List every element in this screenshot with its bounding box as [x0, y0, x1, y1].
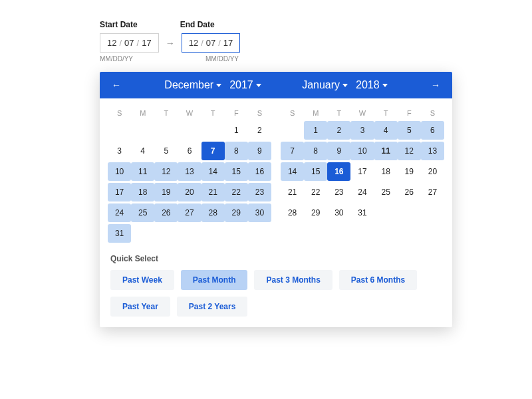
day-cell[interactable]: 26 [154, 203, 178, 222]
left-calendar: SMTWTFS 12345678910111213141516171819202… [108, 105, 271, 245]
day-cell[interactable]: 9 [248, 142, 271, 160]
quick-select-button[interactable]: Past Year [110, 297, 170, 317]
day-cell[interactable]: 18 [374, 162, 398, 181]
day-cell[interactable]: 18 [131, 183, 154, 201]
right-year-dropdown[interactable]: 2018 [356, 79, 388, 91]
quick-select-title: Quick Select [110, 254, 442, 263]
day-cell[interactable]: 15 [225, 162, 248, 181]
right-month-dropdown[interactable]: January [302, 79, 348, 91]
day-cell[interactable]: 30 [248, 203, 271, 222]
day-cell[interactable]: 31 [108, 224, 131, 243]
end-date-label: End Date [180, 20, 215, 29]
day-cell[interactable]: 6 [178, 142, 201, 160]
day-cell[interactable]: 16 [327, 162, 350, 181]
day-cell[interactable]: 27 [178, 203, 201, 222]
day-cell[interactable]: 21 [201, 183, 225, 201]
start-dd[interactable]: 07 [124, 38, 134, 48]
day-cell[interactable]: 6 [421, 121, 444, 140]
day-cell[interactable]: 15 [304, 162, 327, 181]
day-cell[interactable]: 11 [374, 142, 398, 160]
day-cell[interactable]: 28 [201, 203, 225, 222]
day-cell[interactable]: 11 [131, 162, 154, 181]
start-format-hint: MM/DD/YY [100, 55, 163, 63]
next-month-button[interactable]: → [428, 78, 443, 92]
day-cell[interactable]: 7 [281, 142, 304, 160]
end-mm[interactable]: 12 [189, 38, 198, 48]
day-cell[interactable]: 8 [304, 142, 327, 160]
day-cell[interactable]: 21 [281, 183, 304, 201]
day-cell[interactable]: 7 [201, 142, 225, 160]
popover-header: ← December 2017 January 2018 → [100, 72, 452, 98]
day-cell[interactable]: 22 [225, 183, 248, 201]
day-cell[interactable]: 12 [154, 162, 178, 181]
end-format-hint: MM/DD/YY [205, 55, 269, 63]
start-date-label: Start Date [100, 20, 138, 29]
day-cell[interactable]: 20 [178, 183, 201, 201]
day-of-week-label: T [327, 109, 350, 117]
left-year-dropdown[interactable]: 2017 [229, 79, 261, 91]
day-cell[interactable]: 5 [398, 121, 421, 140]
end-date-input[interactable]: 12 / 07 / 17 [182, 33, 241, 53]
day-cell[interactable]: 10 [108, 162, 131, 181]
caret-down-icon [256, 84, 261, 87]
day-cell[interactable]: 14 [201, 162, 225, 181]
day-cell[interactable]: 9 [327, 142, 350, 160]
day-cell[interactable]: 3 [108, 142, 131, 160]
day-cell[interactable]: 17 [108, 183, 131, 201]
day-cell[interactable]: 12 [398, 142, 421, 160]
day-cell[interactable]: 13 [178, 162, 201, 181]
day-cell[interactable]: 25 [131, 203, 154, 222]
start-mm[interactable]: 12 [107, 38, 116, 48]
day-cell[interactable]: 8 [225, 142, 248, 160]
day-cell[interactable]: 29 [304, 203, 327, 222]
day-cell[interactable]: 23 [248, 183, 271, 201]
day-cell[interactable]: 10 [350, 142, 374, 160]
day-cell[interactable]: 4 [374, 121, 398, 140]
caret-down-icon [342, 84, 348, 87]
day-of-week-label: S [248, 109, 271, 117]
left-month-dropdown[interactable]: December [164, 79, 221, 91]
day-of-week-label: T [201, 109, 225, 117]
day-cell[interactable]: 17 [350, 162, 374, 181]
day-cell[interactable]: 28 [281, 203, 304, 222]
quick-select-button[interactable]: Past 3 Months [254, 270, 332, 290]
day-cell[interactable]: 5 [154, 142, 178, 160]
day-cell[interactable]: 16 [248, 162, 271, 181]
day-of-week-label: F [398, 109, 421, 117]
end-dd[interactable]: 07 [206, 38, 215, 48]
day-cell[interactable]: 3 [350, 121, 374, 140]
day-cell[interactable]: 4 [131, 142, 154, 160]
day-cell[interactable]: 27 [421, 183, 444, 201]
start-yy[interactable]: 17 [142, 38, 151, 48]
day-cell[interactable]: 23 [327, 183, 350, 201]
day-of-week-label: W [178, 109, 201, 117]
day-cell[interactable]: 14 [281, 162, 304, 181]
day-cell[interactable]: 24 [108, 203, 131, 222]
end-yy[interactable]: 17 [223, 38, 233, 48]
day-cell[interactable]: 13 [421, 142, 444, 160]
quick-select-button[interactable]: Past Week [110, 270, 174, 290]
right-calendar: SMTWTFS 12345678910111213141516171819202… [281, 105, 444, 245]
day-cell[interactable]: 19 [398, 162, 421, 181]
day-cell[interactable]: 24 [350, 183, 374, 201]
day-cell[interactable]: 1 [225, 121, 248, 140]
day-cell[interactable]: 1 [304, 121, 327, 140]
day-cell[interactable]: 29 [225, 203, 248, 222]
day-cell[interactable]: 31 [350, 203, 374, 222]
day-of-week-label: W [350, 109, 374, 117]
quick-select-button[interactable]: Past Month [181, 270, 248, 290]
day-cell[interactable]: 2 [248, 121, 271, 140]
quick-select-button[interactable]: Past 6 Months [339, 270, 417, 290]
day-of-week-label: M [304, 109, 327, 117]
quick-select-button[interactable]: Past 2 Years [177, 297, 248, 317]
day-cell[interactable]: 19 [154, 183, 178, 201]
day-cell[interactable]: 26 [398, 183, 421, 201]
day-cell[interactable]: 25 [374, 183, 398, 201]
day-of-week-label: T [154, 109, 178, 117]
day-cell[interactable]: 30 [327, 203, 350, 222]
start-date-input[interactable]: 12 / 07 / 17 [100, 33, 159, 53]
prev-month-button[interactable]: ← [109, 78, 124, 92]
day-cell[interactable]: 2 [327, 121, 350, 140]
day-cell[interactable]: 22 [304, 183, 327, 201]
day-cell[interactable]: 20 [421, 162, 444, 181]
